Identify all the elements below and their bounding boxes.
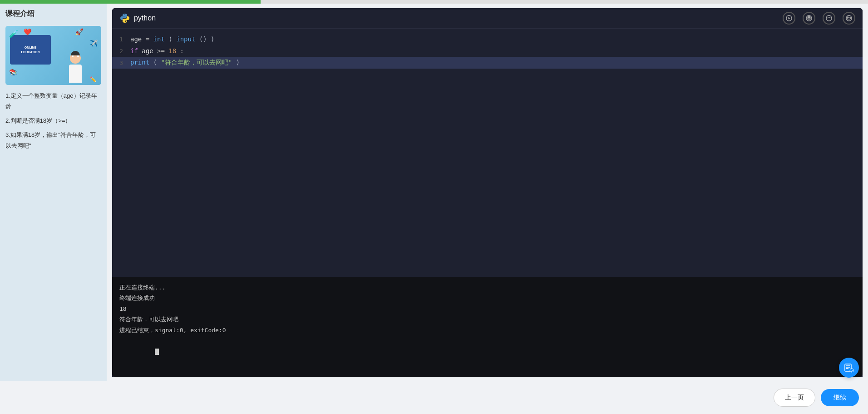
desc-line-1: 1.定义一个整数变量（age）记录年龄 [5, 90, 101, 112]
line-content-1[interactable]: age = int ( input () ) [130, 35, 215, 43]
line-number-2: 2 [112, 48, 130, 55]
deco-plane: ✈️ [90, 40, 98, 47]
terminal-line-output: 符合年龄，可以去网吧 [119, 314, 855, 324]
python-logo: python [119, 13, 156, 24]
line-number-3: 3 [112, 60, 130, 66]
deco-rocket: 🚀 [75, 28, 83, 35]
code-line-2: 2 if age >= 18 : [112, 45, 863, 57]
deco-book: 📚 [9, 69, 17, 76]
svg-rect-5 [808, 19, 810, 19]
sidebar: 课程介绍 ONLINEEDUCATION 🧪 ❤️ 🚀 ✈️ 📚 ✏️ [0, 4, 107, 381]
editor-body: 1 age = int ( input () ) 2 [112, 29, 863, 277]
prev-button[interactable]: 上一页 [774, 389, 815, 407]
code-token: >= [157, 47, 165, 55]
line-content-2[interactable]: if age >= 18 : [130, 47, 184, 55]
svg-marker-1 [789, 17, 791, 20]
deco-heart: ❤️ [24, 28, 31, 35]
code-line-1: 1 age = int ( input () ) [112, 33, 863, 45]
bottom-nav: 上一页 继续 [0, 381, 868, 414]
next-button[interactable]: 继续 [821, 389, 859, 406]
code-token: if [130, 47, 138, 55]
code-token: = [146, 35, 153, 43]
progress-bar-container: 30% [0, 0, 868, 4]
code-token: () [199, 35, 207, 43]
editor-toolbar [783, 12, 855, 25]
code-token: ( [168, 35, 172, 43]
run-button[interactable] [783, 12, 795, 25]
sidebar-image: ONLINEEDUCATION 🧪 ❤️ 🚀 ✈️ 📚 ✏️ [5, 26, 101, 85]
terminal-line-exit: 进程已结束，signal:0, exitCode:0 [119, 325, 855, 335]
python-text-label: python [134, 14, 156, 22]
open-button[interactable] [843, 12, 855, 25]
help-icon: ✓ [843, 362, 854, 373]
sidebar-description: 1.定义一个整数变量（age）记录年龄 2.判断是否满18岁（>=） 3.如果满… [5, 90, 101, 155]
terminal-area[interactable]: 正在连接终端... 终端连接成功 18 符合年龄，可以去网吧 进程已结束，sig… [112, 277, 863, 377]
code-editor: python [112, 8, 863, 377]
terminal-line-input: 18 [119, 304, 855, 314]
terminal-cursor-line [119, 335, 855, 367]
desc-line-2: 2.判断是否满18岁（>=） [5, 115, 101, 126]
code-token: ) [211, 35, 214, 43]
line-content-3[interactable]: print ( "符合年龄，可以去网吧" ) [130, 59, 240, 67]
code-token: : [180, 47, 184, 55]
desc-line-3: 3.如果满18岁，输出"符合年龄，可以去网吧" [5, 130, 101, 151]
code-token: 18 [168, 47, 176, 55]
deco-flask: 🧪 [9, 30, 18, 38]
sidebar-image-inner: ONLINEEDUCATION 🧪 ❤️ 🚀 ✈️ 📚 ✏️ [5, 26, 101, 85]
reset-button[interactable] [823, 12, 835, 25]
code-token: age [142, 47, 157, 55]
code-lines: 1 age = int ( input () ) 2 [112, 29, 863, 277]
progress-bar-fill: 30% [0, 0, 261, 4]
sidebar-title: 课程介绍 [5, 9, 101, 19]
content-area: python [107, 4, 868, 381]
code-token: print [130, 59, 149, 66]
code-line-3: 3 print ( "符合年龄，可以去网吧" ) [112, 57, 863, 69]
line-number-1: 1 [112, 36, 130, 43]
code-token: int [153, 35, 165, 43]
editor-header: python [112, 8, 863, 29]
python-icon [119, 13, 130, 24]
code-token: ) [236, 59, 240, 66]
terminal-line-connecting: 正在连接终端... [119, 282, 855, 293]
svg-point-6 [826, 15, 832, 21]
code-token: age [130, 35, 142, 43]
svg-rect-4 [808, 16, 810, 18]
code-token: ( [153, 59, 157, 66]
deco-pencil: ✏️ [90, 76, 97, 83]
terminal-cursor [155, 349, 159, 355]
illus-figure [63, 42, 88, 83]
code-token: input [176, 35, 195, 43]
svg-point-8 [846, 15, 852, 21]
main-layout: 课程介绍 ONLINEEDUCATION 🧪 ❤️ 🚀 ✈️ 📚 ✏️ [0, 4, 868, 381]
help-button[interactable]: ✓ [839, 358, 859, 378]
svg-text:✓: ✓ [851, 369, 854, 373]
code-token: "符合年龄，可以去网吧" [161, 59, 232, 66]
terminal-line-connected: 终端连接成功 [119, 293, 855, 303]
save-button[interactable] [803, 12, 815, 25]
